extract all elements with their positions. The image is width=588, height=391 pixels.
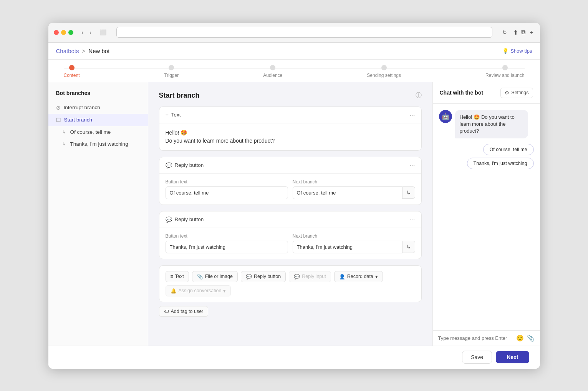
add-file-or-image-button[interactable]: 📎 File or image [192,271,238,282]
header-right: 💡 Show tips [502,48,532,54]
add-text-label: Text [175,274,184,279]
add-assign-icon: 🔔 [171,288,177,294]
add-file-label: File or image [205,274,233,279]
chat-input-icons: 🙂 📎 [516,334,535,342]
reply-button-1-text-field: Button text [166,179,288,199]
attachment-icon[interactable]: 📎 [527,334,535,342]
step-dot-review [502,65,508,70]
sidebar: Bot branches ⊘ Interrupt branch ☐ Start … [48,82,148,346]
text-card-line1: Hello! 🤩 [166,129,415,137]
text-card: ≡ Text ··· Hello! 🤩 Do you want to learn… [159,106,422,151]
sidebar-item-label-just-watching: Thanks, I'm just watching [70,141,128,147]
add-record-data-button[interactable]: 👤 Record data ▾ [334,271,383,282]
reply-button-1-text-input[interactable] [166,186,288,199]
add-reply-button-button[interactable]: 💬 Reply button [241,271,286,282]
show-tips-button[interactable]: 💡 Show tips [502,48,532,54]
progress-step-content[interactable]: Content [64,65,80,78]
chat-preview: Chat with the bot ⚙ Settings 🤖 Hello! 🤩 … [432,82,540,346]
progress-bar-container: Content Trigger Audience Sending setting… [48,60,540,82]
reply-button-2-menu-button[interactable]: ··· [409,216,415,223]
sidebar-toggle-button[interactable]: ⬜ [98,28,109,37]
add-buttons-row: ≡ Text 📎 File or image 💬 Reply button 💬 … [159,265,422,302]
sidebar-item-label-start: Start branch [64,117,93,123]
reply-button-2-branch-link-btn[interactable]: ↳ [402,241,415,253]
reply-button-2-label: Reply button [175,216,204,222]
text-card-menu-button[interactable]: ··· [409,111,415,118]
breadcrumb: Chatbots > New bot [56,48,110,54]
add-record-label: Record data [347,274,373,279]
add-reply-input-button: 💬 Reply input [289,271,331,282]
sidebar-item-just-watching[interactable]: ↳ Thanks, I'm just watching [48,138,148,150]
emoji-icon[interactable]: 🙂 [516,334,524,342]
bot-message-bubble: Hello! 🤩 Do you want to learn more about… [455,110,528,139]
reply-button-2-text-input[interactable] [166,241,288,253]
show-tips-label: Show tips [510,48,532,54]
chat-message-input[interactable] [438,335,513,341]
sidebar-item-label-of-course: Of course, tell me [70,129,111,135]
clone-button[interactable]: ⧉ [521,29,525,36]
chat-settings-button[interactable]: ⚙ Settings [500,88,533,98]
breadcrumb-current: New bot [88,48,109,54]
chat-preview-header: Chat with the bot ⚙ Settings [433,82,540,104]
forward-button[interactable]: › [87,28,94,37]
add-assign-conv-button: 🔔 Assign conversation ▾ [166,285,231,296]
branch-info-icon[interactable]: ⓘ [416,92,422,100]
breadcrumb-link[interactable]: Chatbots [56,48,79,54]
add-reply-input-label: Reply input [302,274,326,279]
reply-button-2-next-input[interactable] [293,241,402,253]
minimize-window-btn[interactable] [61,30,66,35]
fullscreen-window-btn[interactable] [68,30,73,35]
share-button[interactable]: ⬆ [513,29,518,36]
sidebar-title: Bot branches [48,90,148,101]
reply-button-card-1-header: 💬 Reply button ··· [159,157,421,174]
add-tag-icon: 🏷 [164,309,169,314]
step-label-audience: Audience [263,73,282,78]
back-button[interactable]: ‹ [80,28,86,37]
add-tag-button[interactable]: 🏷 Add tag to user [159,306,209,317]
text-card-content[interactable]: Hello! 🤩 Do you want to learn more about… [159,123,421,150]
sub-arrow-icon-2: ↳ [62,141,66,146]
sidebar-item-label-interrupt: Interrupt branch [64,105,100,110]
reply-button-1-next-wrapper: ↳ [293,186,415,199]
progress-step-audience[interactable]: Audience [263,65,282,78]
step-label-trigger: Trigger [164,73,179,78]
reply-button-1-next-branch-field: Next branch ↳ [293,179,415,199]
add-tab-button[interactable]: ＋ [528,28,535,37]
reply-button-card-1-header-left: 💬 Reply button [166,162,204,168]
bot-avatar: 🤖 [439,110,452,123]
close-window-btn[interactable] [54,30,59,35]
next-button[interactable]: Next [496,351,529,363]
reply-button-2-text-label: Button text [166,233,288,239]
sidebar-item-of-course[interactable]: ↳ Of course, tell me [48,126,148,138]
breadcrumb-separator: > [82,48,86,54]
reply-button-1-label: Reply button [175,162,204,168]
settings-gear-icon: ⚙ [505,90,509,96]
add-record-icon: 👤 [339,274,345,280]
reply-button-1-branch-link-btn[interactable]: ↳ [402,186,415,199]
nav-buttons: ‹ › [80,28,94,37]
add-record-chevron-icon: ▾ [375,274,378,280]
add-text-button[interactable]: ≡ Text [166,271,189,282]
reply-choice-button-2[interactable]: Thanks, I'm just watching [467,158,534,169]
refresh-button[interactable]: ↻ [500,28,509,37]
reply-button-1-field-row: Button text Next branch ↳ [166,179,415,199]
reply-choice-button-1[interactable]: Of course, tell me [483,144,534,155]
progress-steps: Content Trigger Audience Sending setting… [64,65,525,78]
progress-step-review[interactable]: Review and launch [485,65,524,78]
add-assign-chevron-icon: ▾ [223,288,226,294]
reply-button-1-next-label: Next branch [293,179,415,185]
save-button[interactable]: Save [462,351,492,364]
reply-button-2-text-field: Button text [166,233,288,253]
reply-button-1-next-input[interactable] [293,186,402,199]
address-bar[interactable] [116,27,492,38]
progress-step-sending[interactable]: Sending settings [367,65,401,78]
step-dot-content [69,65,75,70]
sidebar-item-interrupt-branch[interactable]: ⊘ Interrupt branch [48,101,148,114]
text-card-header-left: ≡ Text [166,112,181,118]
reply-button-1-menu-button[interactable]: ··· [409,162,415,169]
reply-button-2-field-row: Button text Next branch ↳ [166,233,415,253]
progress-line [64,68,525,68]
sidebar-item-start-branch[interactable]: ☐ Start branch [48,114,148,126]
progress-step-trigger[interactable]: Trigger [164,65,179,78]
text-card-header: ≡ Text ··· [159,107,421,123]
